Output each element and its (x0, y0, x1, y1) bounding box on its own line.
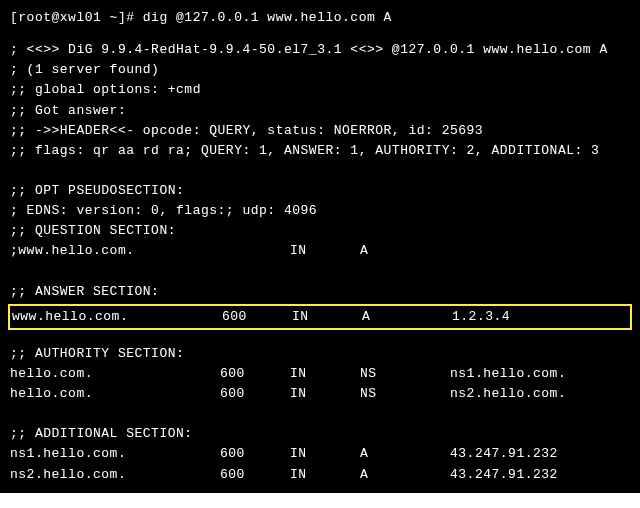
global-options-line: ;; global options: +cmd (10, 80, 630, 100)
server-found-line: ; (1 server found) (10, 60, 630, 80)
answer-highlight-box: www.hello.com. 600 IN A 1.2.3.4 (8, 304, 632, 330)
got-answer-line: ;; Got answer: (10, 101, 630, 121)
header-block: ; <<>> DiG 9.9.4-RedHat-9.9.4-50.el7_3.1… (10, 40, 630, 161)
additional-row: ns2.hello.com. 600 IN A 43.247.91.232 (10, 465, 630, 485)
answer-class: IN (292, 307, 362, 327)
additional-class: IN (290, 444, 360, 464)
authority-name: hello.com. (10, 364, 220, 384)
additional-name: ns2.hello.com. (10, 465, 220, 485)
additional-class: IN (290, 465, 360, 485)
additional-ttl: 600 (220, 465, 290, 485)
question-section-label: ;; QUESTION SECTION: (10, 221, 630, 241)
authority-row: hello.com. 600 IN NS ns2.hello.com. (10, 384, 630, 404)
authority-class: IN (290, 384, 360, 404)
image-caption: dig 命令结果 (0, 493, 640, 508)
authority-ttl: 600 (220, 364, 290, 384)
terminal-output: [root@xwl01 ~]# dig @127.0.0.1 www.hello… (0, 0, 640, 493)
authority-name: hello.com. (10, 384, 220, 404)
additional-type: A (360, 444, 450, 464)
authority-data: ns2.hello.com. (450, 384, 630, 404)
additional-name: ns1.hello.com. (10, 444, 220, 464)
question-type: A (360, 241, 450, 261)
authority-section-label: ;; AUTHORITY SECTION: (10, 344, 630, 364)
authority-type: NS (360, 364, 450, 384)
answer-type: A (362, 307, 452, 327)
command-prompt: [root@xwl01 ~]# dig @127.0.0.1 www.hello… (10, 8, 630, 28)
opt-pseudosection-label: ;; OPT PSEUDOSECTION: (10, 181, 630, 201)
question-name: ;www.hello.com. (10, 241, 290, 261)
additional-row: ns1.hello.com. 600 IN A 43.247.91.232 (10, 444, 630, 464)
authority-row: hello.com. 600 IN NS ns1.hello.com. (10, 364, 630, 384)
answer-section-label: ;; ANSWER SECTION: (10, 282, 630, 302)
additional-data: 43.247.91.232 (450, 444, 630, 464)
additional-ttl: 600 (220, 444, 290, 464)
question-row: ;www.hello.com. IN A (10, 241, 630, 261)
answer-name: www.hello.com. (12, 307, 222, 327)
answer-data: 1.2.3.4 (452, 307, 630, 327)
header-opcode-line: ;; ->>HEADER<<- opcode: QUERY, status: N… (10, 121, 630, 141)
dig-version-line: ; <<>> DiG 9.9.4-RedHat-9.9.4-50.el7_3.1… (10, 40, 630, 60)
flags-line: ;; flags: qr aa rd ra; QUERY: 1, ANSWER:… (10, 141, 630, 161)
answer-ttl: 600 (222, 307, 292, 327)
edns-line: ; EDNS: version: 0, flags:; udp: 4096 (10, 201, 630, 221)
answer-row: www.hello.com. 600 IN A 1.2.3.4 (10, 307, 630, 327)
question-class: IN (290, 241, 360, 261)
authority-type: NS (360, 384, 450, 404)
authority-class: IN (290, 364, 360, 384)
authority-data: ns1.hello.com. (450, 364, 630, 384)
authority-ttl: 600 (220, 384, 290, 404)
additional-data: 43.247.91.232 (450, 465, 630, 485)
additional-section-label: ;; ADDITIONAL SECTION: (10, 424, 630, 444)
additional-type: A (360, 465, 450, 485)
